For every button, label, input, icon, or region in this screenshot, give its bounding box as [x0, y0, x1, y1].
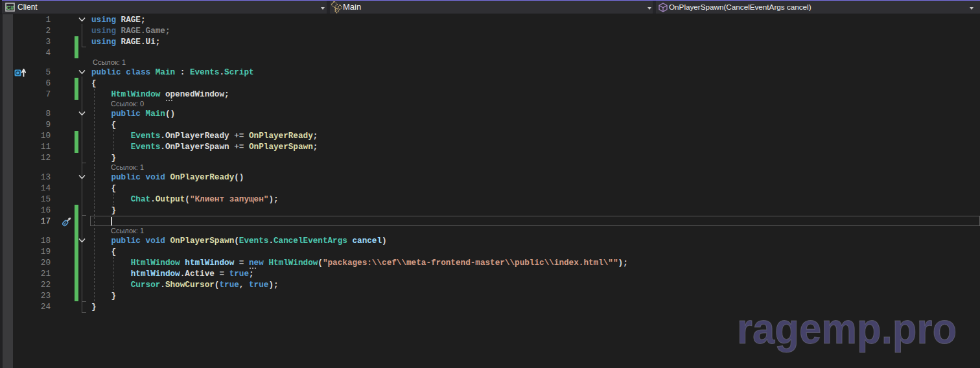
svg-text:C#: C#: [6, 4, 14, 11]
